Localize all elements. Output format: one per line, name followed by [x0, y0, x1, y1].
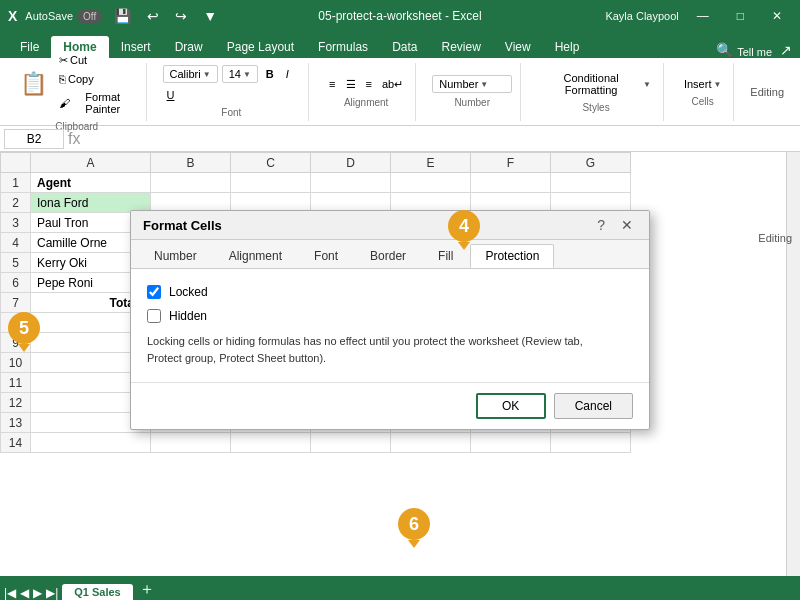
font-size: 14	[229, 68, 241, 80]
conditional-formatting-label: Conditional Formatting	[541, 72, 641, 96]
clipboard-group: 📋 ✂ Cut ⎘ Copy 🖌 Format Painter Clipboar…	[8, 63, 147, 121]
formula-input[interactable]	[84, 132, 796, 146]
dialog-tabs: Number Alignment Font Border Fill Protec…	[131, 240, 649, 269]
tab-review[interactable]: Review	[429, 36, 492, 58]
bold-button[interactable]: B	[262, 66, 278, 82]
align-right-button[interactable]: ≡	[362, 76, 376, 93]
dialog-tab-number[interactable]: Number	[139, 244, 212, 268]
dialog-help-button[interactable]: ?	[593, 217, 609, 233]
font-family-dropdown[interactable]: Calibri ▼	[163, 65, 218, 83]
autosave-toggle[interactable]: Off	[77, 10, 102, 23]
editing-text: Editing	[758, 232, 792, 244]
copy-button[interactable]: ⎘ Copy	[55, 71, 138, 87]
sheet-nav-prev[interactable]: ◀	[20, 586, 29, 600]
editing-badge: Editing	[758, 232, 792, 244]
formula-separator: fx	[68, 130, 80, 148]
redo-icon[interactable]: ↪	[171, 6, 191, 26]
cell-A1[interactable]: Agent	[31, 173, 151, 193]
cancel-button[interactable]: Cancel	[554, 393, 633, 419]
align-left-button[interactable]: ≡	[325, 76, 339, 93]
align-center-button[interactable]: ☰	[342, 76, 360, 93]
cell-C1[interactable]	[231, 173, 311, 193]
row-num-7: 7	[1, 293, 31, 313]
ok-button[interactable]: OK	[476, 393, 546, 419]
close-button[interactable]: ✕	[762, 5, 792, 27]
dialog-title-text: Format Cells	[143, 218, 222, 233]
title-bar-right: Kayla Claypool — □ ✕	[605, 5, 792, 27]
wrap-text-button[interactable]: ab↵	[378, 76, 407, 93]
locked-checkbox[interactable]	[147, 285, 161, 299]
cell-D1[interactable]	[311, 173, 391, 193]
callout-4: 4	[448, 210, 480, 242]
dialog-tab-protection[interactable]: Protection	[470, 244, 554, 268]
number-group: Number ▼ Number	[424, 63, 521, 121]
save-icon[interactable]: 💾	[110, 6, 135, 26]
col-header-G[interactable]: G	[551, 153, 631, 173]
share-icon[interactable]: ↗	[780, 42, 792, 58]
paste-button[interactable]: 📋	[16, 69, 51, 99]
sheet-nav-next[interactable]: ▶	[33, 586, 42, 600]
col-header-B[interactable]: B	[151, 153, 231, 173]
cell-B1[interactable]	[151, 173, 231, 193]
conditional-formatting-button[interactable]: Conditional Formatting ▼	[537, 70, 655, 98]
italic-button[interactable]: I	[282, 66, 293, 82]
tab-draw[interactable]: Draw	[163, 36, 215, 58]
font-size-dropdown[interactable]: 14 ▼	[222, 65, 258, 83]
format-painter-button[interactable]: 🖌 Format Painter	[55, 89, 138, 117]
format-cells-dialog: Format Cells ? ✕ Number Alignment Font B…	[130, 210, 650, 430]
sheet-tab-q1sales[interactable]: Q1 Sales	[62, 584, 132, 600]
window-title: 05-protect-a-worksheet - Excel	[318, 9, 481, 23]
sheet-nav-last[interactable]: ▶|	[46, 586, 58, 600]
add-sheet-button[interactable]: ＋	[133, 579, 161, 600]
number-format-value: Number	[439, 78, 478, 90]
tab-view[interactable]: View	[493, 36, 543, 58]
col-header-C[interactable]: C	[231, 153, 311, 173]
hidden-checkbox[interactable]	[147, 309, 161, 323]
cell-F1[interactable]	[471, 173, 551, 193]
styles-label: Styles	[582, 102, 609, 113]
col-header-D[interactable]: D	[311, 153, 391, 173]
insert-button[interactable]: Insert ▼	[680, 76, 725, 92]
dialog-title-actions: ? ✕	[593, 217, 637, 233]
dialog-tab-border[interactable]: Border	[355, 244, 421, 268]
autosave-area: AutoSave Off	[25, 10, 102, 23]
cells-group: Insert ▼ Cells	[672, 63, 734, 121]
editing-label: Editing	[750, 86, 784, 98]
cut-button[interactable]: ✂ Cut	[55, 52, 138, 69]
main-content: A B C D E F G 1 Agent	[0, 152, 800, 576]
row-num-6: 6	[1, 273, 31, 293]
tab-help[interactable]: Help	[543, 36, 592, 58]
dialog-body: Locked Hidden Locking cells or hiding fo…	[131, 269, 649, 382]
locked-label[interactable]: Locked	[169, 285, 208, 299]
cell-reference-box[interactable]: B2	[4, 129, 64, 149]
tell-me-label[interactable]: Tell me	[737, 46, 772, 58]
maximize-button[interactable]: □	[727, 5, 754, 27]
underline-button[interactable]: U	[163, 87, 179, 103]
dialog-tab-font[interactable]: Font	[299, 244, 353, 268]
sheet-nav-first[interactable]: |◀	[4, 586, 16, 600]
insert-label: Insert	[684, 78, 712, 90]
undo-icon[interactable]: ↩	[143, 6, 163, 26]
tab-formulas[interactable]: Formulas	[306, 36, 380, 58]
col-header-F[interactable]: F	[471, 153, 551, 173]
dialog-tab-alignment[interactable]: Alignment	[214, 244, 297, 268]
minimize-button[interactable]: —	[687, 5, 719, 27]
number-format-dropdown[interactable]: Number ▼	[432, 75, 512, 93]
tab-data[interactable]: Data	[380, 36, 429, 58]
number-label: Number	[454, 97, 490, 108]
col-header-A[interactable]: A	[31, 153, 151, 173]
cell-G1[interactable]	[551, 173, 631, 193]
search-icon[interactable]: 🔍	[716, 42, 733, 58]
dialog-close-button[interactable]: ✕	[617, 217, 637, 233]
ribbon-bar: 📋 ✂ Cut ⎘ Copy 🖌 Format Painter Clipboar…	[0, 58, 800, 126]
col-header-E[interactable]: E	[391, 153, 471, 173]
hidden-label[interactable]: Hidden	[169, 309, 207, 323]
hidden-row: Hidden	[147, 309, 633, 323]
format-painter-icon: 🖌	[59, 97, 70, 109]
formula-bar: B2 fx	[0, 126, 800, 152]
tab-page-layout[interactable]: Page Layout	[215, 36, 306, 58]
vertical-scrollbar[interactable]	[786, 152, 800, 576]
quick-access-dropdown[interactable]: ▼	[199, 6, 221, 26]
cell-E1[interactable]	[391, 173, 471, 193]
copy-icon: ⎘	[59, 73, 66, 85]
